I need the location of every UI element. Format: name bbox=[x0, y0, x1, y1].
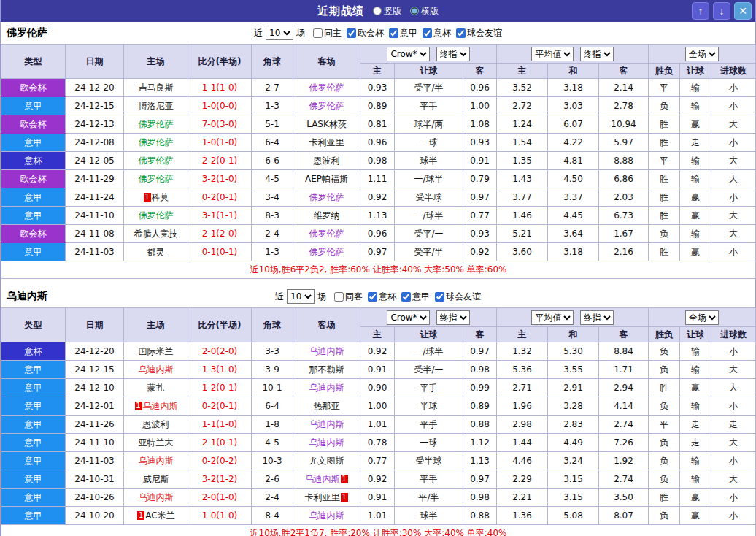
avg-home-cell: 3.52 bbox=[497, 79, 548, 97]
team-link[interactable]: 乌迪内斯 bbox=[309, 383, 344, 393]
team-link[interactable]: 乌迪内斯 bbox=[305, 474, 340, 484]
team-link[interactable]: 佛罗伦萨 bbox=[309, 192, 344, 202]
col-type: 类型 bbox=[1, 308, 66, 342]
team-link[interactable]: AC米兰 bbox=[145, 510, 174, 521]
filter-意杯[interactable]: 意杯 bbox=[368, 291, 396, 303]
team-link[interactable]: 恩波利 bbox=[314, 156, 340, 166]
filter-球会友谊[interactable]: 球会友谊 bbox=[435, 291, 481, 303]
team-link[interactable]: 蒙扎 bbox=[147, 383, 165, 393]
match-scope-select[interactable]: 全场 bbox=[685, 310, 719, 325]
layout-radio-vertical-input[interactable] bbox=[373, 7, 382, 15]
date-cell: 24-11-03 bbox=[66, 452, 124, 470]
scroll-down-button[interactable]: ↓ bbox=[713, 2, 730, 20]
final-odds-select-1[interactable]: 终指 bbox=[436, 47, 470, 61]
games-count-select[interactable]: 10 bbox=[266, 26, 293, 40]
team-link[interactable]: 佛罗伦萨 bbox=[309, 229, 344, 239]
team-link[interactable]: 佛罗伦萨 bbox=[139, 119, 174, 129]
team-link[interactable]: 希腊人竞技 bbox=[134, 229, 178, 239]
filter-checkbox[interactable] bbox=[435, 292, 444, 302]
filter-checkbox[interactable] bbox=[456, 28, 466, 38]
result-group: 全场 bbox=[649, 308, 756, 327]
team-link[interactable]: LASK林茨 bbox=[306, 119, 347, 129]
match-scope-select[interactable]: 全场 bbox=[685, 47, 719, 61]
team-link[interactable]: 卡利亚里 bbox=[305, 492, 340, 502]
filter-意甲[interactable]: 意甲 bbox=[401, 291, 430, 303]
team-link[interactable]: 都灵 bbox=[147, 247, 165, 257]
filter-checkbox[interactable] bbox=[423, 28, 432, 38]
score-cell: 0-1(0-1) bbox=[188, 243, 252, 261]
handicap-result-cell: 赢 bbox=[680, 243, 711, 261]
team-link[interactable]: 国际米兰 bbox=[139, 346, 174, 356]
team-link[interactable]: 佛罗伦萨 bbox=[139, 210, 174, 221]
avg-home-cell: 2.21 bbox=[497, 489, 548, 507]
team-link[interactable]: 亚特兰大 bbox=[139, 437, 174, 448]
layout-radio-vertical-label: 竖版 bbox=[384, 5, 401, 18]
team-link[interactable]: 乌迪内斯 bbox=[139, 364, 174, 375]
team-link[interactable]: 乌迪内斯 bbox=[309, 510, 344, 521]
section-header-band: 佛罗伦萨 近 10 场 同主欧会杯意甲意杯球会友谊 bbox=[1, 22, 755, 44]
filter-欧会杯[interactable]: 欧会杯 bbox=[347, 27, 384, 39]
team-link[interactable]: 佛罗伦萨 bbox=[309, 83, 344, 93]
team-link[interactable]: 乌迪内斯 bbox=[143, 401, 178, 411]
final-odds-select-2[interactable]: 终指 bbox=[580, 310, 614, 325]
close-button[interactable]: ✕ bbox=[734, 2, 752, 20]
filter-checkbox[interactable] bbox=[368, 292, 377, 302]
team-link[interactable]: 尤文图斯 bbox=[309, 456, 344, 466]
team-link[interactable]: 恩波利 bbox=[143, 419, 169, 429]
filter-同客[interactable]: 同客 bbox=[334, 291, 363, 303]
match-row: 欧会杯 24-11-08 希腊人竞技 2-1(2-0) 2-4 佛罗伦萨 0.9… bbox=[1, 225, 756, 243]
odds-source-select[interactable]: Crow* bbox=[387, 310, 430, 325]
team-link[interactable]: 卡利亚里 bbox=[309, 137, 344, 148]
team-link[interactable]: 科莫 bbox=[152, 192, 169, 202]
final-odds-select-1[interactable]: 终指 bbox=[436, 310, 470, 325]
team-link[interactable]: 佛罗伦萨 bbox=[139, 174, 174, 184]
match-row: 意杯 24-12-20 国际米兰 2-0(2-0) 3-3 乌迪内斯 0.92 … bbox=[1, 342, 756, 361]
layout-radio-vertical[interactable]: 竖版 bbox=[373, 5, 401, 18]
final-odds-select-2[interactable]: 终指 bbox=[580, 47, 614, 61]
team-link[interactable]: 维罗纳 bbox=[314, 210, 340, 221]
red-card-badge: 1 bbox=[341, 493, 348, 502]
away-cell: 乌迪内斯 bbox=[293, 507, 360, 525]
odds-away-cell: 0.88 bbox=[463, 507, 497, 525]
team-link[interactable]: 佛罗伦萨 bbox=[139, 156, 174, 166]
type-cell: 意甲 bbox=[1, 397, 66, 416]
filter-同主[interactable]: 同主 bbox=[313, 27, 342, 39]
avg-home-cell: 1.96 bbox=[497, 397, 548, 416]
filter-球会友谊[interactable]: 球会友谊 bbox=[456, 27, 502, 39]
team-link[interactable]: 乌迪内斯 bbox=[139, 492, 174, 502]
team-link[interactable]: 那不勒斯 bbox=[309, 364, 344, 375]
goals-result-cell: 大 bbox=[711, 225, 756, 243]
team-link[interactable]: 佛罗伦萨 bbox=[309, 247, 344, 257]
avg-home-cell: 2.98 bbox=[497, 416, 548, 434]
filter-checkbox[interactable] bbox=[389, 28, 398, 38]
team-link[interactable]: 乌迪内斯 bbox=[309, 346, 344, 356]
team-link[interactable]: AEP帕福斯 bbox=[305, 174, 348, 184]
team-link[interactable]: 吉马良斯 bbox=[139, 83, 174, 93]
match-row: 意甲 24-11-26 恩波利 1-1(1-0) 1-8 乌迪内斯 1.01 平… bbox=[1, 416, 756, 434]
red-card-badge: 1 bbox=[135, 402, 142, 410]
filter-checkbox[interactable] bbox=[334, 292, 344, 302]
odds-source-select[interactable]: Crow* bbox=[387, 47, 430, 61]
filter-意杯[interactable]: 意杯 bbox=[423, 27, 451, 39]
team-link[interactable]: 威尼斯 bbox=[143, 474, 169, 484]
team-link[interactable]: 佛罗伦萨 bbox=[309, 101, 344, 111]
team-link[interactable]: 乌迪内斯 bbox=[309, 419, 344, 429]
filter-label: 意杯 bbox=[433, 27, 451, 39]
games-count-select[interactable]: 10 bbox=[287, 289, 315, 304]
team-link[interactable]: 博洛尼亚 bbox=[139, 101, 174, 111]
scroll-up-button[interactable]: ↑ bbox=[692, 2, 709, 20]
average-odds-select[interactable]: 平均值 bbox=[531, 47, 574, 61]
layout-radio-horizontal-input[interactable] bbox=[410, 7, 419, 15]
match-row: 意甲 24-10-26 乌迪内斯 2-0(1-0) 2-4 卡利亚里1 0.91… bbox=[1, 489, 756, 507]
section-header-band: 乌迪内斯 近 10 场 同客意杯意甲球会友谊 bbox=[1, 286, 755, 307]
filter-checkbox[interactable] bbox=[313, 28, 323, 38]
team-link[interactable]: 佛罗伦萨 bbox=[139, 137, 174, 148]
team-link[interactable]: 乌迪内斯 bbox=[139, 456, 174, 466]
team-link[interactable]: 乌迪内斯 bbox=[309, 437, 344, 448]
layout-radio-horizontal[interactable]: 横版 bbox=[410, 5, 439, 18]
filter-checkbox[interactable] bbox=[347, 28, 356, 38]
team-link[interactable]: 热那亚 bbox=[314, 401, 340, 411]
filter-checkbox[interactable] bbox=[401, 292, 411, 302]
filter-意甲[interactable]: 意甲 bbox=[389, 27, 417, 39]
average-odds-select[interactable]: 平均值 bbox=[531, 310, 574, 325]
